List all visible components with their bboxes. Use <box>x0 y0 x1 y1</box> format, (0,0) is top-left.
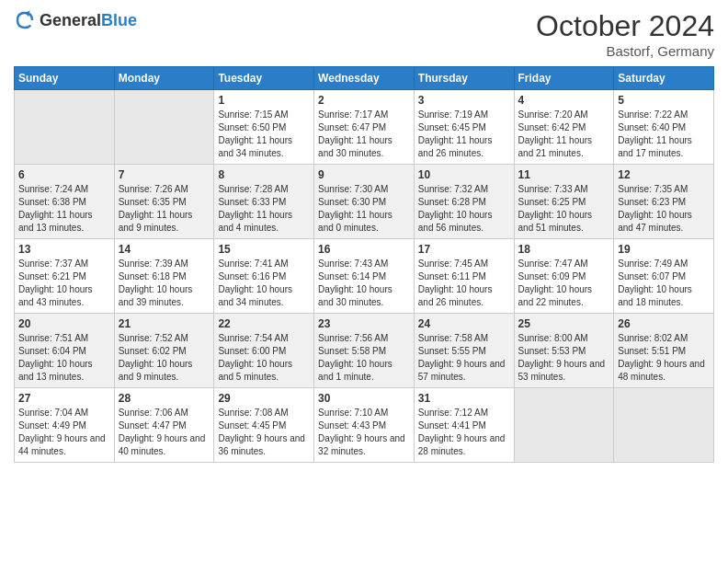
day-number: 2 <box>318 94 410 107</box>
day-info: Sunrise: 7:52 AM Sunset: 6:02 PM Dayligh… <box>119 332 210 384</box>
day-number: 16 <box>318 243 410 256</box>
day-info: Sunrise: 7:45 AM Sunset: 6:11 PM Dayligh… <box>418 258 510 309</box>
calendar-cell: 18Sunrise: 7:47 AM Sunset: 6:09 PM Dayli… <box>514 239 614 314</box>
day-info: Sunrise: 7:35 AM Sunset: 6:23 PM Dayligh… <box>618 183 710 235</box>
calendar-cell <box>614 388 714 463</box>
week-row-5: 27Sunrise: 7:04 AM Sunset: 4:49 PM Dayli… <box>15 388 714 463</box>
day-number: 3 <box>418 94 510 107</box>
logo-icon <box>14 9 36 31</box>
day-number: 21 <box>119 317 210 330</box>
day-info: Sunrise: 7:19 AM Sunset: 6:45 PM Dayligh… <box>418 109 510 160</box>
calendar-cell: 25Sunrise: 8:00 AM Sunset: 5:53 PM Dayli… <box>514 314 614 388</box>
day-number: 17 <box>418 243 510 256</box>
day-info: Sunrise: 7:12 AM Sunset: 4:41 PM Dayligh… <box>418 407 510 458</box>
calendar-cell: 9Sunrise: 7:30 AM Sunset: 6:30 PM Daylig… <box>314 165 415 239</box>
calendar-cell: 1Sunrise: 7:15 AM Sunset: 6:50 PM Daylig… <box>214 90 314 165</box>
calendar-cell: 22Sunrise: 7:54 AM Sunset: 6:00 PM Dayli… <box>214 314 314 388</box>
day-number: 23 <box>318 317 410 330</box>
day-info: Sunrise: 7:41 AM Sunset: 6:16 PM Dayligh… <box>218 258 310 309</box>
day-number: 1 <box>218 94 310 107</box>
calendar-cell: 7Sunrise: 7:26 AM Sunset: 6:35 PM Daylig… <box>114 165 214 239</box>
location-title: Bastorf, Germany <box>536 43 714 59</box>
calendar-cell: 24Sunrise: 7:58 AM Sunset: 5:55 PM Dayli… <box>414 314 514 388</box>
day-info: Sunrise: 7:54 AM Sunset: 6:00 PM Dayligh… <box>218 332 310 384</box>
column-header-monday: Monday <box>114 67 214 90</box>
day-number: 6 <box>18 168 110 181</box>
day-number: 22 <box>218 317 310 330</box>
day-number: 28 <box>119 392 210 405</box>
calendar-cell: 4Sunrise: 7:20 AM Sunset: 6:42 PM Daylig… <box>514 90 614 165</box>
day-info: Sunrise: 7:08 AM Sunset: 4:45 PM Dayligh… <box>218 407 310 458</box>
day-info: Sunrise: 7:51 AM Sunset: 6:04 PM Dayligh… <box>18 332 110 384</box>
day-info: Sunrise: 7:58 AM Sunset: 5:55 PM Dayligh… <box>418 332 510 384</box>
day-number: 10 <box>418 168 510 181</box>
day-info: Sunrise: 7:26 AM Sunset: 6:35 PM Dayligh… <box>119 183 210 235</box>
day-info: Sunrise: 7:32 AM Sunset: 6:28 PM Dayligh… <box>418 183 510 235</box>
day-number: 8 <box>218 168 310 181</box>
calendar-cell: 20Sunrise: 7:51 AM Sunset: 6:04 PM Dayli… <box>15 314 115 388</box>
calendar-cell: 11Sunrise: 7:33 AM Sunset: 6:25 PM Dayli… <box>514 165 614 239</box>
calendar-cell: 8Sunrise: 7:28 AM Sunset: 6:33 PM Daylig… <box>214 165 314 239</box>
day-number: 27 <box>18 392 110 405</box>
day-info: Sunrise: 7:33 AM Sunset: 6:25 PM Dayligh… <box>518 183 610 235</box>
calendar-cell <box>114 90 214 165</box>
calendar-cell: 6Sunrise: 7:24 AM Sunset: 6:38 PM Daylig… <box>15 165 115 239</box>
column-header-wednesday: Wednesday <box>314 67 415 90</box>
calendar-cell <box>514 388 614 463</box>
day-number: 14 <box>119 243 210 256</box>
calendar-cell: 3Sunrise: 7:19 AM Sunset: 6:45 PM Daylig… <box>414 90 514 165</box>
week-row-2: 6Sunrise: 7:24 AM Sunset: 6:38 PM Daylig… <box>15 165 714 239</box>
day-info: Sunrise: 7:30 AM Sunset: 6:30 PM Dayligh… <box>318 183 410 235</box>
calendar-cell: 2Sunrise: 7:17 AM Sunset: 6:47 PM Daylig… <box>314 90 415 165</box>
week-row-3: 13Sunrise: 7:37 AM Sunset: 6:21 PM Dayli… <box>15 239 714 314</box>
column-header-saturday: Saturday <box>614 67 714 90</box>
day-number: 15 <box>218 243 310 256</box>
day-number: 11 <box>518 168 610 181</box>
calendar-cell: 26Sunrise: 8:02 AM Sunset: 5:51 PM Dayli… <box>614 314 714 388</box>
calendar-cell: 30Sunrise: 7:10 AM Sunset: 4:43 PM Dayli… <box>314 388 415 463</box>
calendar-cell: 27Sunrise: 7:04 AM Sunset: 4:49 PM Dayli… <box>15 388 115 463</box>
day-info: Sunrise: 7:24 AM Sunset: 6:38 PM Dayligh… <box>18 183 110 235</box>
day-info: Sunrise: 7:47 AM Sunset: 6:09 PM Dayligh… <box>518 258 610 309</box>
day-number: 20 <box>18 317 110 330</box>
page-header: GeneralBlue October 2024 Bastorf, German… <box>14 9 714 59</box>
day-number: 12 <box>618 168 710 181</box>
day-number: 19 <box>618 243 710 256</box>
day-number: 25 <box>518 317 610 330</box>
day-number: 4 <box>518 94 610 107</box>
day-number: 30 <box>318 392 410 405</box>
day-info: Sunrise: 7:37 AM Sunset: 6:21 PM Dayligh… <box>18 258 110 309</box>
calendar-cell: 13Sunrise: 7:37 AM Sunset: 6:21 PM Dayli… <box>15 239 115 314</box>
day-info: Sunrise: 7:17 AM Sunset: 6:47 PM Dayligh… <box>318 109 410 160</box>
column-header-friday: Friday <box>514 67 614 90</box>
month-title: October 2024 <box>536 9 714 43</box>
calendar-cell: 31Sunrise: 7:12 AM Sunset: 4:41 PM Dayli… <box>414 388 514 463</box>
day-number: 9 <box>318 168 410 181</box>
calendar-cell: 23Sunrise: 7:56 AM Sunset: 5:58 PM Dayli… <box>314 314 415 388</box>
day-number: 7 <box>119 168 210 181</box>
day-info: Sunrise: 7:15 AM Sunset: 6:50 PM Dayligh… <box>218 109 310 160</box>
calendar-cell: 21Sunrise: 7:52 AM Sunset: 6:02 PM Dayli… <box>114 314 214 388</box>
calendar-cell: 19Sunrise: 7:49 AM Sunset: 6:07 PM Dayli… <box>614 239 714 314</box>
day-info: Sunrise: 7:22 AM Sunset: 6:40 PM Dayligh… <box>618 109 710 160</box>
calendar-cell: 14Sunrise: 7:39 AM Sunset: 6:18 PM Dayli… <box>114 239 214 314</box>
calendar-table: SundayMondayTuesdayWednesdayThursdayFrid… <box>14 66 714 463</box>
calendar-cell <box>15 90 115 165</box>
header-row: SundayMondayTuesdayWednesdayThursdayFrid… <box>15 67 714 90</box>
calendar-cell: 29Sunrise: 7:08 AM Sunset: 4:45 PM Dayli… <box>214 388 314 463</box>
column-header-tuesday: Tuesday <box>214 67 314 90</box>
calendar-cell: 16Sunrise: 7:43 AM Sunset: 6:14 PM Dayli… <box>314 239 415 314</box>
calendar-cell: 12Sunrise: 7:35 AM Sunset: 6:23 PM Dayli… <box>614 165 714 239</box>
day-number: 13 <box>18 243 110 256</box>
day-info: Sunrise: 7:43 AM Sunset: 6:14 PM Dayligh… <box>318 258 410 309</box>
day-info: Sunrise: 7:28 AM Sunset: 6:33 PM Dayligh… <box>218 183 310 235</box>
day-number: 5 <box>618 94 710 107</box>
column-header-sunday: Sunday <box>15 67 115 90</box>
day-number: 26 <box>618 317 710 330</box>
calendar-cell: 5Sunrise: 7:22 AM Sunset: 6:40 PM Daylig… <box>614 90 714 165</box>
title-block: October 2024 Bastorf, Germany <box>536 9 714 59</box>
day-info: Sunrise: 8:00 AM Sunset: 5:53 PM Dayligh… <box>518 332 610 384</box>
day-info: Sunrise: 7:06 AM Sunset: 4:47 PM Dayligh… <box>119 407 210 458</box>
day-info: Sunrise: 7:10 AM Sunset: 4:43 PM Dayligh… <box>318 407 410 458</box>
calendar-cell: 10Sunrise: 7:32 AM Sunset: 6:28 PM Dayli… <box>414 165 514 239</box>
